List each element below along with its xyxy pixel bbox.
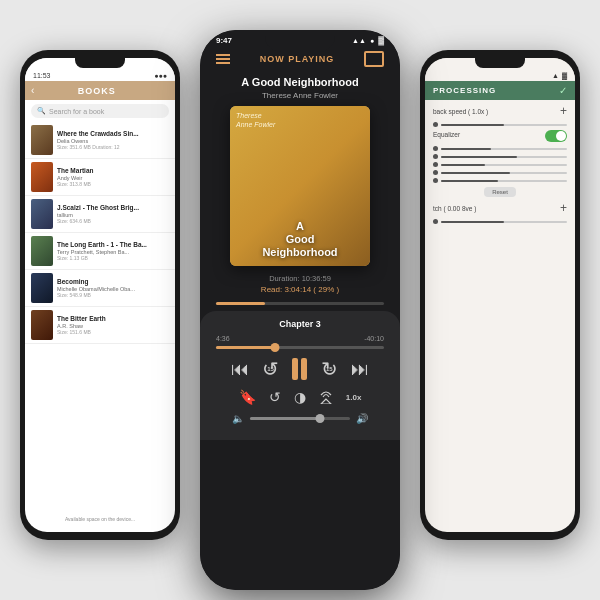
search-bar[interactable]: 🔍 Search for a book [31,104,169,118]
pitch-slider[interactable] [433,219,567,224]
pitch-row: tch ( 0.00 8ve ) + [433,201,567,215]
read-progress-text: Read: 3:04:14 ( 29% ) [200,285,400,294]
pause-bar-right [301,358,307,380]
volume-thumb [316,414,325,423]
volume-fill [250,417,320,420]
slider-dot [433,154,438,159]
airplay-icon [319,390,333,404]
slider-fill [441,164,485,166]
eq-slider-2[interactable] [433,154,567,159]
book-info: Where the Crawdads Sin... Delia Owens Si… [57,130,169,150]
book-meta: Size: 634.6 MB [57,218,169,224]
now-playing-label: NOW PLAYING [260,54,335,64]
overall-progress-bar [216,302,384,305]
slider-fill [441,124,504,126]
skip-forward-button[interactable]: ↻ 15 [321,357,338,381]
pitch-plus-button[interactable]: + [560,201,567,215]
eq-slider-5[interactable] [433,178,567,183]
cover-author-text: ThereseAnne Fowler [236,112,364,129]
battery-icon: ▓ [562,72,567,79]
equalizer-toggle[interactable] [545,130,567,142]
overall-progress-fill [216,302,265,305]
book-title: Becoming [57,278,169,286]
slider-dot [433,170,438,175]
speed-button[interactable]: 1.0x [346,393,362,402]
list-item[interactable]: The Martian Andy Weir Size: 313.8 MB [25,159,175,196]
library-button[interactable] [364,51,384,67]
eq-slider-1[interactable] [433,146,567,151]
right-phone-notch [475,58,525,68]
book-cover [31,162,53,192]
skip-back-button[interactable]: ↺ 15 [262,357,279,381]
center-notch [265,30,335,52]
reset-button[interactable]: Reset [484,187,516,197]
playback-speed-row: back speed ( 1.0x ) + [433,104,567,118]
slider-track [441,148,567,150]
book-info: The Martian Andy Weir Size: 313.8 MB [57,167,169,187]
slider-fill [441,156,517,158]
pitch-label: tch ( 0.00 8ve ) [433,205,476,212]
volume-control: 🔈 🔊 [216,413,384,424]
toggle-thumb [556,131,566,141]
speed-plus-button[interactable]: + [560,104,567,118]
list-item[interactable]: The Bitter Earth A.R. Shaw Size: 151.6 M… [25,307,175,344]
right-header: PROCESSING ✓ [425,81,575,100]
center-book-author: Therese Anne Fowler [200,91,400,100]
slider-fill [441,148,491,150]
list-item[interactable]: J.Scalzi - The Ghost Brig... tallium Siz… [25,196,175,233]
center-screen: 9:47 ▲▲ ● ▓ NOW PLAYING A Good Neighborh… [200,30,400,590]
left-status-icons: ●●● [154,72,167,79]
hamburger-line [216,54,230,56]
repeat-button[interactable]: ↺ [269,389,281,405]
speed-slider[interactable] [433,122,567,127]
book-meta: Size: 151.6 MB [57,329,169,335]
slider-dot [433,178,438,183]
brightness-button[interactable]: ◑ [294,389,306,405]
progress-thumb [270,343,279,352]
book-title: The Bitter Earth [57,315,169,323]
remaining-time: -40:10 [364,335,384,342]
chapter-section: Chapter 3 4:36 -40:10 ⏮ ↺ 15 [200,311,400,440]
pause-bar-left [292,358,298,380]
bookmark-button[interactable]: 🔖 [239,389,256,405]
eq-slider-3[interactable] [433,162,567,167]
list-item[interactable]: Where the Crawdads Sin... Delia Owens Si… [25,122,175,159]
slider-track [441,180,567,182]
book-info: Becoming Michelle Obama/Michelle Oba... … [57,278,169,298]
pause-button[interactable] [292,358,307,380]
book-cover [31,125,53,155]
slider-fill [441,180,498,182]
book-title: J.Scalzi - The Ghost Brig... [57,204,169,212]
list-item[interactable]: The Long Earth - 1 - The Ba... Terry Pra… [25,233,175,270]
time-display: 4:36 -40:10 [216,335,384,342]
book-cover [31,310,53,340]
books-title: BOOKS [38,86,155,96]
volume-slider[interactable] [250,417,350,420]
fast-forward-button[interactable]: ⏭ [351,359,369,380]
book-cover [31,236,53,266]
slider-fill [441,172,510,174]
back-button[interactable]: ‹ [31,85,34,96]
equalizer-label: Equalizer [433,131,460,138]
cover-title-text: AGoodNeighborhood [230,220,370,258]
eq-slider-4[interactable] [433,170,567,175]
slider-fill [441,221,504,223]
footer-text: Available space on the device... [25,516,175,522]
book-meta: Size: 1.13 GB [57,255,169,261]
hamburger-line [216,58,230,60]
signal-icon: ▲▲ [352,37,366,44]
book-info: J.Scalzi - The Ghost Brig... tallium Siz… [57,204,169,224]
slider-track [441,156,567,158]
list-item[interactable]: Becoming Michelle Obama/Michelle Oba... … [25,270,175,307]
menu-button[interactable] [216,54,230,64]
wifi-icon: ▲ [552,72,559,79]
chapter-progress-bar[interactable] [216,346,384,349]
slider-dot [433,219,438,224]
rewind-button[interactable]: ⏮ [231,359,249,380]
slider-track [441,221,567,223]
book-title: The Martian [57,167,169,175]
check-icon[interactable]: ✓ [559,85,567,96]
airplay-button[interactable] [319,390,333,404]
book-meta: Size: 313.8 MB [57,181,169,187]
book-title: The Long Earth - 1 - The Ba... [57,241,169,249]
